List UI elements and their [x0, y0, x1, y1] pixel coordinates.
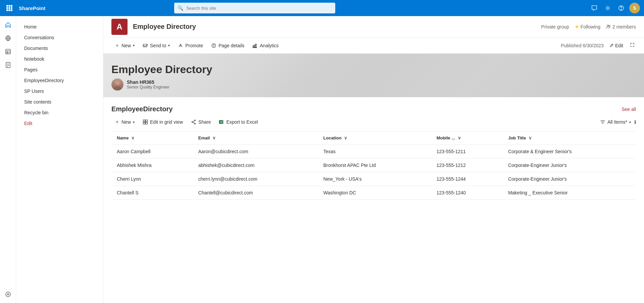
view-info-icon[interactable]: ℹ — [634, 119, 636, 125]
settings-icon-button[interactable] — [602, 3, 613, 13]
col-header-mobile[interactable]: Mobile ... ∨ — [431, 131, 503, 145]
col-header-job-title[interactable]: Job Title ∨ — [503, 131, 636, 145]
page-details-icon — [211, 43, 216, 48]
note-rail-icon[interactable] — [2, 59, 14, 71]
export-excel-button[interactable]: Export to Excel — [215, 117, 261, 127]
author-job-title: Senior Quality Engineer — [127, 85, 169, 89]
author-name: Shan HR365 — [127, 79, 169, 85]
svg-point-24 — [607, 25, 609, 26]
edit-grid-button[interactable]: Edit in grid view — [139, 117, 186, 127]
svg-point-11 — [621, 9, 621, 10]
mobile-sort-icon: ∨ — [458, 135, 461, 140]
edit-button[interactable]: Edit — [606, 42, 626, 50]
table-header-row: Name ∨ Email ∨ Location ∨ Mobile ... — [111, 131, 636, 145]
send-to-button[interactable]: Send to ▾ — [139, 41, 173, 50]
add-rail-icon[interactable] — [2, 288, 14, 300]
svg-point-30 — [214, 44, 214, 45]
svg-rect-31 — [253, 46, 254, 48]
cmd-bar-right: Published 6/30/2023 Edit — [561, 41, 636, 50]
nav-item-sp-users[interactable]: SP Users — [16, 86, 103, 97]
nav-item-home[interactable]: Home — [16, 21, 103, 32]
filter-icon — [600, 119, 605, 125]
cell-name-0: Aaron Campbell — [111, 145, 193, 159]
cell-mobile-3: 123-555-1240 — [431, 186, 503, 200]
share-button[interactable]: Share — [188, 117, 214, 127]
nav-item-recycle-bin[interactable]: Recycle bin — [16, 107, 103, 118]
star-icon: ★ — [575, 23, 579, 30]
promote-button[interactable]: Promote — [175, 41, 206, 50]
top-bar-right-actions: S — [589, 3, 640, 13]
nav-item-employee-directory[interactable]: EmployeeDirectory — [16, 75, 103, 86]
globe-rail-icon[interactable] — [2, 32, 14, 44]
svg-line-45 — [193, 121, 195, 122]
svg-rect-41 — [146, 122, 148, 124]
author-avatar-image — [111, 78, 123, 90]
search-input[interactable] — [174, 3, 335, 13]
new-chevron-icon: ▾ — [133, 44, 135, 47]
promote-icon — [178, 43, 183, 48]
app-brand-name: SharePoint — [19, 5, 45, 11]
edit-icon — [609, 43, 614, 48]
view-chevron-icon: ▾ — [629, 120, 631, 124]
new-button[interactable]: ＋ New ▾ — [111, 41, 138, 51]
expand-button[interactable] — [629, 41, 636, 50]
expand-icon — [630, 43, 635, 47]
col-header-location[interactable]: Location ∨ — [318, 131, 431, 145]
cell-location-1: Bronkhorst APAC Pte Ltd — [318, 159, 431, 172]
analytics-button[interactable]: Analytics — [249, 41, 282, 50]
cell-name-2: Cherri Lynn — [111, 172, 193, 186]
page-details-button[interactable]: Page details — [208, 41, 248, 50]
members-label: 2 members — [612, 24, 636, 29]
waffle-menu-button[interactable] — [4, 3, 15, 13]
cell-name-3: Chantell S — [111, 186, 193, 200]
see-all-link[interactable]: See all — [622, 107, 636, 112]
nav-item-edit[interactable]: Edit — [16, 118, 103, 129]
send-icon — [143, 43, 148, 48]
list-rail-icon[interactable] — [2, 46, 14, 58]
site-header-right: Private group ★ Following 2 members — [541, 23, 636, 30]
search-bar[interactable]: 🔍 — [174, 3, 335, 13]
list-command-bar: ＋ New ▾ Edit in grid view Sh — [111, 117, 636, 131]
excel-icon — [219, 119, 224, 125]
col-header-email[interactable]: Email ∨ — [193, 131, 318, 145]
list-new-button[interactable]: ＋ New ▾ — [111, 117, 138, 127]
cell-location-2: New_York - USA's — [318, 172, 431, 186]
hero-content: Employee Directory Shan HR365 Senior Qua… — [111, 63, 212, 90]
name-sort-icon: ∨ — [131, 135, 135, 140]
svg-rect-40 — [143, 122, 145, 124]
command-bar: ＋ New ▾ Send to ▾ Promote — [103, 38, 644, 54]
table-row: Aaron CampbellAaron@cubicdirect.comTexas… — [111, 145, 636, 159]
svg-rect-13 — [6, 49, 10, 54]
grid-icon — [143, 119, 148, 125]
list-new-chevron-icon: ▾ — [133, 120, 135, 124]
cell-job_title-0: Corporate & Engineer Senior's — [503, 145, 636, 159]
left-rail — [0, 16, 16, 303]
nav-item-site-contents[interactable]: Site contents — [16, 97, 103, 107]
svg-rect-2 — [11, 5, 12, 7]
nav-item-pages[interactable]: Pages — [16, 64, 103, 75]
top-navigation-bar: SharePoint 🔍 S — [0, 0, 644, 16]
chat-icon-button[interactable] — [589, 3, 600, 13]
svg-rect-38 — [143, 120, 145, 122]
nav-item-documents[interactable]: Documents — [16, 43, 103, 54]
col-header-name[interactable]: Name ∨ — [111, 131, 193, 145]
cell-email-0: Aaron@cubicdirect.com — [193, 145, 318, 159]
table-row: Cherri Lynncherri.lynn@cubicdirect.comNe… — [111, 172, 636, 186]
nav-item-conversations[interactable]: Conversations — [16, 32, 103, 43]
following-label: Following — [581, 24, 600, 29]
members-button[interactable]: 2 members — [606, 24, 636, 29]
nav-item-notebook[interactable]: Notebook — [16, 54, 103, 64]
help-icon-button[interactable] — [616, 3, 627, 13]
user-avatar[interactable]: S — [629, 3, 640, 13]
search-icon: 🔍 — [178, 5, 183, 11]
main-layout: Home Conversations Documents Notebook Pa… — [0, 16, 644, 303]
svg-point-37 — [113, 86, 122, 90]
svg-rect-32 — [254, 45, 255, 47]
site-header-bar: A Employee Directory Private group ★ Fol… — [103, 16, 644, 38]
home-rail-icon[interactable] — [2, 19, 14, 31]
svg-point-42 — [194, 120, 195, 121]
share-icon — [191, 119, 196, 125]
send-to-chevron-icon: ▾ — [168, 44, 170, 47]
view-selector[interactable]: All Items* ▾ ℹ — [600, 119, 636, 125]
following-button[interactable]: ★ Following — [575, 23, 600, 30]
